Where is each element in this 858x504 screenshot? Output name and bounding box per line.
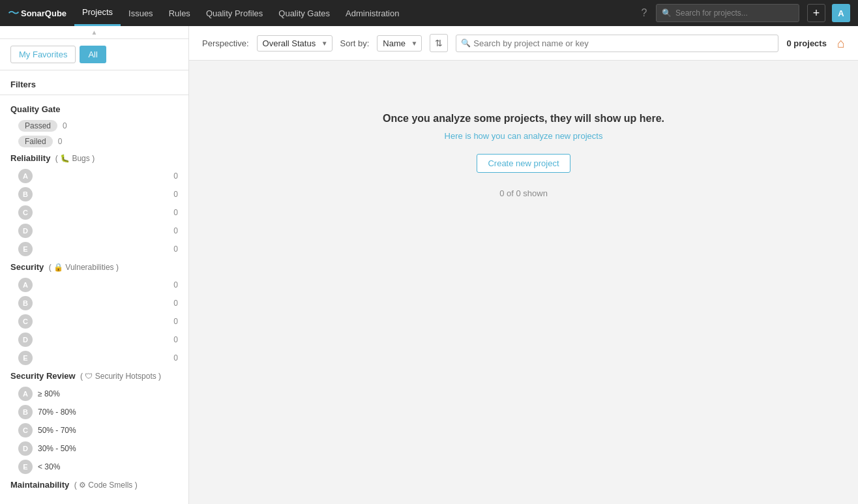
home-icon[interactable]: ⌂ <box>837 36 845 51</box>
main-toolbar: Perspective: Overall Status ▼ Sort by: N… <box>189 26 858 61</box>
sec-review-grade-a[interactable]: A ≥ 80% <box>0 385 188 403</box>
scroll-indicator: ▲ <box>0 26 188 39</box>
avatar[interactable]: A <box>832 4 850 22</box>
sec-review-grade-c[interactable]: C 50% - 70% <box>0 421 188 439</box>
sec-grade-badge-b: B <box>18 296 33 310</box>
grade-badge-a: A <box>18 169 33 183</box>
sr-c-value: 50% - 70% <box>38 426 178 435</box>
reliability-e-count: 0 <box>173 245 178 254</box>
security-grade-a[interactable]: A 0 <box>0 276 188 294</box>
reliability-grade-b[interactable]: B 0 <box>0 185 188 203</box>
security-review-section: Security Review ( 🛡 Security Hotspots ) <box>0 367 188 385</box>
security-label: Security <box>10 262 44 272</box>
sr-e-value: < 30% <box>38 462 178 471</box>
failed-count: 0 <box>58 137 63 146</box>
help-icon: ? <box>642 7 647 19</box>
sr-grade-badge-c: C <box>18 423 33 437</box>
sec-grade-badge-d: D <box>18 333 33 347</box>
project-search-wrap: 🔍 <box>456 35 778 52</box>
perspective-select[interactable]: Overall Status <box>257 35 333 52</box>
nav-item-administration[interactable]: Administration <box>338 0 407 26</box>
nav-bar: Projects Issues Rules Quality Profiles Q… <box>74 0 407 26</box>
logo-wave-icon: 〜 <box>8 5 20 21</box>
reliability-grade-e[interactable]: E 0 <box>0 240 188 258</box>
grade-badge-b: B <box>18 187 33 201</box>
security-review-label: Security Review <box>10 371 76 381</box>
nav-item-rules[interactable]: Rules <box>161 0 198 26</box>
project-search-input[interactable] <box>456 35 778 52</box>
security-grade-c[interactable]: C 0 <box>0 312 188 331</box>
tab-all[interactable]: All <box>80 46 106 63</box>
sr-grade-badge-a: A <box>18 387 33 401</box>
reliability-label: Reliability <box>10 153 50 163</box>
reliability-d-count: 0 <box>173 226 178 235</box>
filters-title: Filters <box>0 70 188 95</box>
passed-badge[interactable]: Passed <box>18 120 57 132</box>
tab-my-favorites[interactable]: My Favorites <box>10 46 76 63</box>
reliability-b-count: 0 <box>173 190 178 199</box>
shown-count: 0 of 0 shown <box>499 188 548 198</box>
nav-item-quality-profiles[interactable]: Quality Profiles <box>198 0 271 26</box>
create-button[interactable]: + <box>807 4 825 22</box>
empty-title: Once you analyze some projects, they wil… <box>383 113 664 125</box>
sr-grade-badge-b: B <box>18 405 33 419</box>
nav-item-projects[interactable]: Projects <box>74 0 121 26</box>
quality-gate-section: Quality Gate <box>0 100 188 118</box>
empty-state: Once you analyze some projects, they wil… <box>189 61 858 250</box>
reliability-grade-c[interactable]: C 0 <box>0 203 188 222</box>
logo-text: SonarQube <box>21 8 67 18</box>
project-count: 0 projects <box>786 38 826 48</box>
plus-icon: + <box>813 7 820 20</box>
grade-badge-c: C <box>18 205 33 220</box>
sec-review-grade-e[interactable]: E < 30% <box>0 458 188 476</box>
nav-item-quality-gates[interactable]: Quality Gates <box>271 0 338 26</box>
sec-review-grade-d[interactable]: D 30% - 50% <box>0 439 188 458</box>
security-grade-e[interactable]: E 0 <box>0 349 188 367</box>
security-e-count: 0 <box>173 353 178 363</box>
sort-direction-icon: ⇅ <box>435 38 443 48</box>
security-c-count: 0 <box>173 317 178 326</box>
sr-grade-badge-d: D <box>18 441 33 456</box>
security-grade-d[interactable]: D 0 <box>0 331 188 349</box>
empty-subtitle: Here is how you can analyze new projects <box>445 131 603 141</box>
main-content: Perspective: Overall Status ▼ Sort by: N… <box>189 26 858 504</box>
quality-gate-label: Quality Gate <box>10 104 61 114</box>
quality-gate-failed-row[interactable]: Failed 0 <box>0 134 188 149</box>
sec-review-grade-b[interactable]: B 70% - 80% <box>0 403 188 421</box>
security-a-count: 0 <box>173 280 178 289</box>
security-subtitle: ( 🔒 Vulnerabilities ) <box>46 263 119 272</box>
sec-grade-badge-a: A <box>18 278 33 292</box>
sort-direction-button[interactable]: ⇅ <box>430 34 448 52</box>
global-search[interactable]: 🔍 <box>656 4 799 22</box>
security-grade-b[interactable]: B 0 <box>0 294 188 312</box>
shield-icon: 🛡 <box>85 372 93 381</box>
reliability-grade-a[interactable]: A 0 <box>0 167 188 185</box>
quality-gate-passed-row[interactable]: Passed 0 <box>0 118 188 134</box>
sidebar-tabs: My Favorites All <box>0 39 188 70</box>
reliability-subtitle: ( 🐛 Bugs ) <box>53 154 95 163</box>
reliability-a-count: 0 <box>173 171 178 181</box>
reliability-grade-d[interactable]: D 0 <box>0 222 188 240</box>
gear-icon: ⚙ <box>79 481 86 490</box>
sec-grade-badge-c: C <box>18 314 33 329</box>
perspective-select-wrap: Overall Status ▼ <box>257 35 333 52</box>
nav-item-issues[interactable]: Issues <box>121 0 161 26</box>
create-new-project-button[interactable]: Create new project <box>477 154 570 173</box>
failed-badge[interactable]: Failed <box>18 136 53 147</box>
global-search-input[interactable] <box>675 8 793 18</box>
logo[interactable]: 〜 SonarQube <box>8 5 67 21</box>
header: 〜 SonarQube Projects Issues Rules Qualit… <box>0 0 858 26</box>
grade-badge-d: D <box>18 224 33 238</box>
sort-select[interactable]: Name <box>377 35 422 52</box>
reliability-section: Reliability ( 🐛 Bugs ) <box>0 149 188 167</box>
security-d-count: 0 <box>173 335 178 344</box>
lock-icon: 🔒 <box>53 263 63 272</box>
reliability-c-count: 0 <box>173 208 178 217</box>
maintainability-label: Maintainability <box>10 480 69 490</box>
security-section: Security ( 🔒 Vulnerabilities ) <box>0 258 188 276</box>
project-search-icon: 🔍 <box>461 38 471 48</box>
avatar-label: A <box>838 8 844 18</box>
help-button[interactable]: ? <box>635 4 653 22</box>
search-icon: 🔍 <box>662 8 672 18</box>
passed-count: 0 <box>63 121 67 130</box>
